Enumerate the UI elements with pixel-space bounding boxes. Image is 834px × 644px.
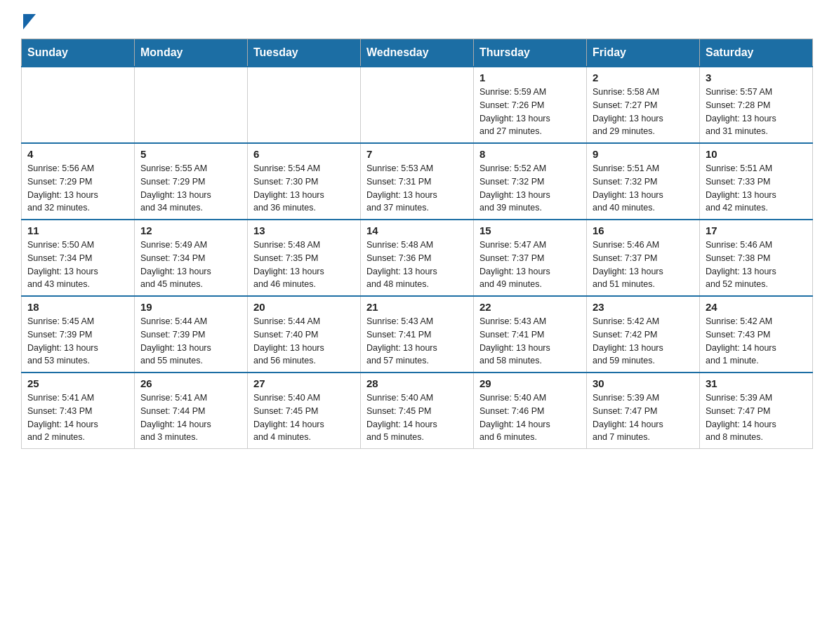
calendar-week-1: 1Sunrise: 5:59 AM Sunset: 7:26 PM Daylig… <box>22 67 813 143</box>
weekday-header-friday: Friday <box>587 39 700 67</box>
day-info: Sunrise: 5:55 AM Sunset: 7:29 PM Dayligh… <box>140 162 241 215</box>
day-number: 5 <box>140 148 241 160</box>
day-info: Sunrise: 5:42 AM Sunset: 7:43 PM Dayligh… <box>706 315 807 368</box>
day-number: 26 <box>140 377 241 389</box>
day-info: Sunrise: 5:58 AM Sunset: 7:27 PM Dayligh… <box>593 86 694 138</box>
calendar-cell: 30Sunrise: 5:39 AM Sunset: 7:47 PM Dayli… <box>587 373 700 449</box>
svg-marker-0 <box>23 14 36 29</box>
day-number: 31 <box>706 377 807 389</box>
day-info: Sunrise: 5:47 AM Sunset: 7:37 PM Dayligh… <box>479 239 581 291</box>
day-number: 30 <box>593 377 694 389</box>
day-number: 27 <box>253 377 355 389</box>
day-info: Sunrise: 5:46 AM Sunset: 7:38 PM Dayligh… <box>706 239 807 291</box>
day-info: Sunrise: 5:46 AM Sunset: 7:37 PM Dayligh… <box>593 239 694 291</box>
weekday-header-tuesday: Tuesday <box>248 39 361 67</box>
calendar-week-5: 25Sunrise: 5:41 AM Sunset: 7:43 PM Dayli… <box>22 373 813 449</box>
calendar-cell: 24Sunrise: 5:42 AM Sunset: 7:43 PM Dayli… <box>700 296 813 373</box>
day-info: Sunrise: 5:44 AM Sunset: 7:39 PM Dayligh… <box>140 315 241 368</box>
day-number: 16 <box>593 224 694 236</box>
calendar-cell <box>248 67 361 143</box>
logo-triangle-icon <box>23 14 36 32</box>
day-number: 23 <box>593 301 694 313</box>
calendar-cell: 20Sunrise: 5:44 AM Sunset: 7:40 PM Dayli… <box>248 296 361 373</box>
day-number: 22 <box>479 301 581 313</box>
day-number: 6 <box>253 148 355 160</box>
calendar-cell: 9Sunrise: 5:51 AM Sunset: 7:32 PM Daylig… <box>587 143 700 220</box>
calendar-week-3: 11Sunrise: 5:50 AM Sunset: 7:34 PM Dayli… <box>22 220 813 296</box>
day-number: 4 <box>27 148 128 160</box>
day-number: 13 <box>253 224 355 236</box>
calendar-cell: 23Sunrise: 5:42 AM Sunset: 7:42 PM Dayli… <box>587 296 700 373</box>
calendar-cell: 19Sunrise: 5:44 AM Sunset: 7:39 PM Dayli… <box>135 296 248 373</box>
day-info: Sunrise: 5:51 AM Sunset: 7:32 PM Dayligh… <box>593 162 694 215</box>
day-number: 21 <box>366 301 468 313</box>
day-info: Sunrise: 5:41 AM Sunset: 7:44 PM Dayligh… <box>140 391 241 444</box>
day-info: Sunrise: 5:40 AM Sunset: 7:45 PM Dayligh… <box>253 391 355 444</box>
day-info: Sunrise: 5:48 AM Sunset: 7:36 PM Dayligh… <box>366 239 468 291</box>
calendar-cell: 4Sunrise: 5:56 AM Sunset: 7:29 PM Daylig… <box>22 143 135 220</box>
day-info: Sunrise: 5:59 AM Sunset: 7:26 PM Dayligh… <box>479 86 581 138</box>
weekday-header-sunday: Sunday <box>22 39 135 67</box>
day-number: 1 <box>479 72 581 83</box>
calendar-cell: 3Sunrise: 5:57 AM Sunset: 7:28 PM Daylig… <box>700 67 813 143</box>
calendar-cell <box>361 67 474 143</box>
day-number: 10 <box>706 148 807 160</box>
day-info: Sunrise: 5:48 AM Sunset: 7:35 PM Dayligh… <box>253 239 355 291</box>
calendar-week-2: 4Sunrise: 5:56 AM Sunset: 7:29 PM Daylig… <box>22 143 813 220</box>
calendar-cell: 17Sunrise: 5:46 AM Sunset: 7:38 PM Dayli… <box>700 220 813 296</box>
calendar-cell: 29Sunrise: 5:40 AM Sunset: 7:46 PM Dayli… <box>474 373 587 449</box>
day-number: 9 <box>593 148 694 160</box>
day-info: Sunrise: 5:50 AM Sunset: 7:34 PM Dayligh… <box>27 239 128 291</box>
day-number: 15 <box>479 224 581 236</box>
calendar-cell: 8Sunrise: 5:52 AM Sunset: 7:32 PM Daylig… <box>474 143 587 220</box>
day-info: Sunrise: 5:54 AM Sunset: 7:30 PM Dayligh… <box>253 162 355 215</box>
calendar-cell: 13Sunrise: 5:48 AM Sunset: 7:35 PM Dayli… <box>248 220 361 296</box>
day-number: 20 <box>253 301 355 313</box>
calendar-week-4: 18Sunrise: 5:45 AM Sunset: 7:39 PM Dayli… <box>22 296 813 373</box>
day-number: 2 <box>593 72 694 83</box>
weekday-header-monday: Monday <box>135 39 248 67</box>
calendar-cell: 28Sunrise: 5:40 AM Sunset: 7:45 PM Dayli… <box>361 373 474 449</box>
day-number: 8 <box>479 148 581 160</box>
calendar-cell: 21Sunrise: 5:43 AM Sunset: 7:41 PM Dayli… <box>361 296 474 373</box>
day-info: Sunrise: 5:45 AM Sunset: 7:39 PM Dayligh… <box>27 315 128 368</box>
day-number: 11 <box>27 224 128 236</box>
calendar-cell: 22Sunrise: 5:43 AM Sunset: 7:41 PM Dayli… <box>474 296 587 373</box>
day-number: 12 <box>140 224 241 236</box>
day-info: Sunrise: 5:57 AM Sunset: 7:28 PM Dayligh… <box>706 86 807 138</box>
calendar-header-row: SundayMondayTuesdayWednesdayThursdayFrid… <box>22 39 813 67</box>
calendar-cell <box>135 67 248 143</box>
logo <box>21 14 36 25</box>
day-info: Sunrise: 5:51 AM Sunset: 7:33 PM Dayligh… <box>706 162 807 215</box>
calendar-cell: 1Sunrise: 5:59 AM Sunset: 7:26 PM Daylig… <box>474 67 587 143</box>
calendar-cell: 14Sunrise: 5:48 AM Sunset: 7:36 PM Dayli… <box>361 220 474 296</box>
weekday-header-wednesday: Wednesday <box>361 39 474 67</box>
day-info: Sunrise: 5:42 AM Sunset: 7:42 PM Dayligh… <box>593 315 694 368</box>
calendar-cell: 26Sunrise: 5:41 AM Sunset: 7:44 PM Dayli… <box>135 373 248 449</box>
day-info: Sunrise: 5:39 AM Sunset: 7:47 PM Dayligh… <box>706 391 807 444</box>
day-number: 7 <box>366 148 468 160</box>
day-number: 17 <box>706 224 807 236</box>
day-info: Sunrise: 5:41 AM Sunset: 7:43 PM Dayligh… <box>27 391 128 444</box>
day-number: 19 <box>140 301 241 313</box>
day-number: 29 <box>479 377 581 389</box>
weekday-header-saturday: Saturday <box>700 39 813 67</box>
weekday-header-thursday: Thursday <box>474 39 587 67</box>
calendar-cell: 15Sunrise: 5:47 AM Sunset: 7:37 PM Dayli… <box>474 220 587 296</box>
calendar-cell: 2Sunrise: 5:58 AM Sunset: 7:27 PM Daylig… <box>587 67 700 143</box>
day-number: 24 <box>706 301 807 313</box>
day-number: 25 <box>27 377 128 389</box>
page-header <box>21 14 813 25</box>
calendar-cell: 25Sunrise: 5:41 AM Sunset: 7:43 PM Dayli… <box>22 373 135 449</box>
calendar-cell <box>22 67 135 143</box>
calendar-cell: 11Sunrise: 5:50 AM Sunset: 7:34 PM Dayli… <box>22 220 135 296</box>
day-info: Sunrise: 5:49 AM Sunset: 7:34 PM Dayligh… <box>140 239 241 291</box>
day-info: Sunrise: 5:43 AM Sunset: 7:41 PM Dayligh… <box>479 315 581 368</box>
calendar-cell: 12Sunrise: 5:49 AM Sunset: 7:34 PM Dayli… <box>135 220 248 296</box>
day-info: Sunrise: 5:56 AM Sunset: 7:29 PM Dayligh… <box>27 162 128 215</box>
day-info: Sunrise: 5:53 AM Sunset: 7:31 PM Dayligh… <box>366 162 468 215</box>
calendar-cell: 31Sunrise: 5:39 AM Sunset: 7:47 PM Dayli… <box>700 373 813 449</box>
day-info: Sunrise: 5:43 AM Sunset: 7:41 PM Dayligh… <box>366 315 468 368</box>
day-number: 3 <box>706 72 807 83</box>
calendar-cell: 10Sunrise: 5:51 AM Sunset: 7:33 PM Dayli… <box>700 143 813 220</box>
